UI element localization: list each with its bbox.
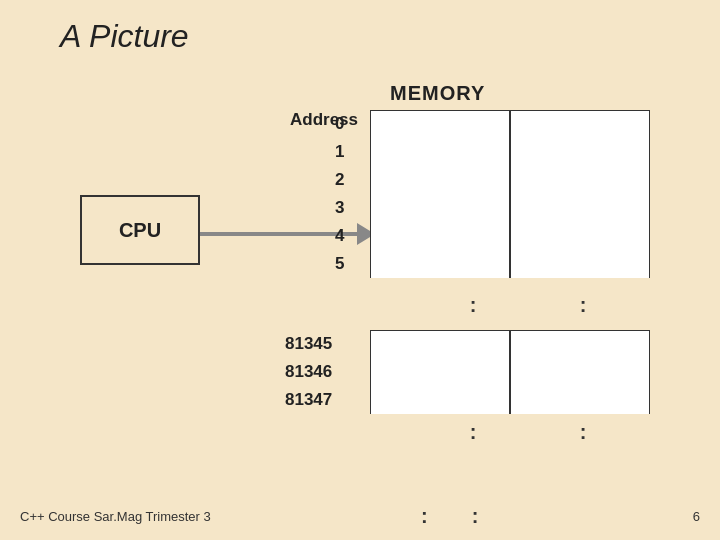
dot-bottom-right: :	[580, 421, 591, 444]
mem-cell-81345b	[510, 331, 650, 359]
cpu-box: CPU	[80, 195, 200, 265]
address-heading: Address	[290, 110, 358, 130]
dot-right: :	[580, 294, 591, 317]
mem-cell-0a	[370, 111, 510, 139]
memory-row-81347	[370, 386, 650, 414]
memory-row-0	[370, 110, 650, 138]
mem-cell-81347a	[370, 386, 510, 414]
dot-bottom-left: :	[470, 421, 481, 444]
mem-cell-5a	[370, 250, 510, 278]
memory-row-4	[370, 222, 650, 250]
mem-cell-0b	[510, 111, 650, 139]
mem-cell-4a	[370, 222, 510, 250]
footer: C++ Course Sar.Mag Trimester 3 : : 6	[0, 505, 720, 528]
dots-middle: : :	[390, 288, 670, 323]
mem-cell-1b	[510, 138, 650, 166]
mem-cell-4b	[510, 222, 650, 250]
page-title: A Picture	[60, 18, 189, 55]
footer-dot-left: :	[421, 505, 432, 528]
mem-cell-81345a	[370, 331, 510, 359]
footer-page: 6	[693, 509, 700, 524]
mem-cell-5b	[510, 250, 650, 278]
addr-3: 3	[335, 194, 344, 222]
mem-cell-81346a	[370, 358, 510, 386]
memory-row-81345	[370, 330, 650, 358]
mem-cell-3b	[510, 194, 650, 222]
memory-row-5	[370, 250, 650, 278]
addr-5: 5	[335, 250, 344, 278]
cpu-label: CPU	[119, 219, 161, 242]
footer-text: C++ Course Sar.Mag Trimester 3	[20, 509, 211, 524]
memory-row-1	[370, 138, 650, 166]
mem-cell-3a	[370, 194, 510, 222]
memory-row-81346	[370, 358, 650, 386]
addr-0: 0	[335, 110, 344, 138]
mem-cell-1a	[370, 138, 510, 166]
memory-row-3	[370, 194, 650, 222]
memory-grid-bottom	[370, 330, 650, 414]
mem-cell-2a	[370, 166, 510, 194]
dots-bottom: : :	[390, 415, 670, 450]
address-labels-bottom: 81345 81346 81347	[285, 330, 332, 414]
addr-81346: 81346	[285, 358, 332, 386]
dot-left: :	[470, 294, 481, 317]
mem-cell-2b	[510, 166, 650, 194]
addr-81345: 81345	[285, 330, 332, 358]
mem-cell-81346b	[510, 358, 650, 386]
memory-label: MEMORY	[390, 82, 485, 105]
addr-1: 1	[335, 138, 344, 166]
addr-4: 4	[335, 222, 344, 250]
addr-81347: 81347	[285, 386, 332, 414]
cpu-arrow	[200, 223, 375, 245]
arrow-line	[200, 232, 357, 236]
footer-dot-right: :	[472, 505, 483, 528]
footer-dots: : :	[421, 505, 482, 528]
memory-grid-top	[370, 110, 650, 278]
memory-row-2	[370, 166, 650, 194]
mem-cell-81347b	[510, 386, 650, 414]
addr-2: 2	[335, 166, 344, 194]
address-labels-top: 0 1 2 3 4 5	[335, 110, 344, 278]
